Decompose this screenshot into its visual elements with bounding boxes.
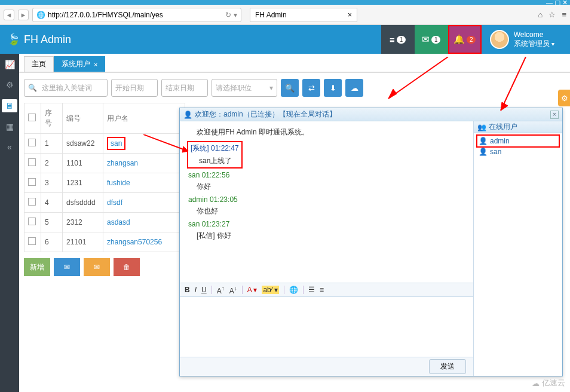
font-decrease-button[interactable]: A↓ <box>229 285 237 295</box>
mail-action-button[interactable]: ✉ <box>54 258 80 276</box>
mail-icon: ✉ <box>422 34 430 45</box>
header-mail-button[interactable]: ✉ 1 <box>415 25 448 54</box>
cell-no: sdsaw22 <box>63 134 103 154</box>
cell-index: 2 <box>41 154 63 173</box>
message-input[interactable] <box>180 297 473 357</box>
add-button[interactable]: 新增 <box>24 258 50 276</box>
position-select[interactable]: 请选择职位 ▾ <box>212 79 277 97</box>
trash-icon: 🗑 <box>123 263 130 271</box>
cell-username[interactable]: asdasd <box>107 218 130 226</box>
sidebar-dashboard-icon[interactable]: 📈 <box>4 59 16 71</box>
font-color-button[interactable]: A ▾ <box>247 286 258 294</box>
cell-username[interactable]: dfsdf <box>107 198 122 207</box>
emoji-button[interactable]: 🌐 <box>289 286 298 294</box>
online-user-item[interactable]: 👤 admin <box>477 136 559 146</box>
reload-icon[interactable]: ↻ <box>225 11 231 19</box>
row-check[interactable] <box>28 178 36 186</box>
user-menu[interactable]: Welcome 系统管理员 ▾ <box>482 30 563 49</box>
menu-bars-icon[interactable]: ≡ <box>562 10 566 19</box>
row-check[interactable] <box>28 158 36 166</box>
start-date-placeholder: 开始日期 <box>115 83 144 93</box>
keyword-input[interactable]: 这里输入关键词 <box>24 79 108 97</box>
start-date-input[interactable]: 开始日期 <box>111 79 158 97</box>
cloud-icon: ☁ <box>351 84 358 93</box>
avatar <box>490 30 509 49</box>
tab-title: FH Admin <box>255 11 287 19</box>
row-check[interactable] <box>28 218 36 225</box>
address-bar[interactable]: 🌐 http://127.0.0.1/FHMYSQL/main/yes ↻ ▾ <box>32 8 241 22</box>
leaf-icon: 🍃 <box>7 33 20 46</box>
table-row: 1 sdsaw22 san <box>24 134 185 154</box>
row-check[interactable] <box>28 237 36 245</box>
header-bell-button[interactable]: 🔔 2 <box>448 25 482 54</box>
sidebar-cog-icon[interactable]: ⚙ <box>4 79 16 91</box>
tab-home-label: 主页 <box>32 59 46 69</box>
cloud-button[interactable]: ☁ <box>345 79 363 97</box>
download-button[interactable]: ⬇ <box>324 79 342 97</box>
end-date-placeholder: 结束日期 <box>166 83 194 93</box>
highlight-button[interactable]: ab⁄ ▾ <box>262 286 279 294</box>
bell-icon: 🔔 <box>453 34 465 45</box>
cell-no: 1231 <box>63 173 103 193</box>
user-role: 系统管理员 <box>514 39 550 48</box>
star-icon[interactable]: ☆ <box>548 10 556 19</box>
chat-dialog: 👤 欢迎您：admin（已连接）【现在全局对话】 × 欢迎使用FH Admin … <box>179 108 563 376</box>
sidebar-grid-icon[interactable]: ▦ <box>4 121 16 133</box>
cell-username[interactable]: fushide <box>107 179 130 187</box>
table-row: 3 1231 fushide <box>24 173 185 193</box>
tab-home[interactable]: 主页 <box>24 56 54 72</box>
tab-close-icon[interactable]: × <box>94 61 97 68</box>
browser-tab[interactable]: FH Admin × <box>250 8 357 22</box>
addr-dropdown-icon[interactable]: ▾ <box>234 11 237 19</box>
add-label: 新增 <box>30 262 44 272</box>
sidebar-desktop-icon[interactable]: 🖥 <box>2 99 17 112</box>
italic-button[interactable]: I <box>195 286 197 294</box>
end-date-input[interactable]: 结束日期 <box>161 79 208 97</box>
online-user-item[interactable]: 👤 san <box>477 146 559 157</box>
cell-no: 1101 <box>63 154 103 173</box>
bold-button[interactable]: B <box>185 286 190 294</box>
cell-username[interactable]: zhangsan <box>107 159 138 167</box>
side-gear-tab[interactable]: ⚙ <box>558 90 570 106</box>
msg-text: [私信] 你好 <box>197 231 465 241</box>
table-row: 6 21101 zhangsan570256 <box>24 232 185 252</box>
menu-badge: 1 <box>397 36 406 44</box>
msg-text: 你也好 <box>197 206 465 216</box>
globe-icon: 🌐 <box>36 11 45 19</box>
mail2-action-button[interactable]: ✉ <box>84 258 110 276</box>
cell-no: 21101 <box>63 232 103 252</box>
swap-button[interactable]: ⇄ <box>302 79 320 97</box>
header-menu-button[interactable]: ≡ 1 <box>381 25 415 54</box>
sidebar: 📈 ⚙ 🖥 ▦ « <box>0 54 19 392</box>
list-ul-button[interactable]: ≡ <box>320 286 324 294</box>
msg-text: san上线了 <box>199 156 239 166</box>
chat-messages: 欢迎使用FH Admin 即时通讯系统。 [系统] 01:22:47 san上线… <box>180 121 473 283</box>
table-row: 2 1101 zhangsan <box>24 154 185 173</box>
caret-down-icon: ▾ <box>551 41 554 47</box>
forward-button[interactable]: ► <box>18 10 29 20</box>
tab-system-users[interactable]: 系统用户 × <box>54 56 105 72</box>
user-icon: 👤 <box>479 137 488 145</box>
cell-index: 1 <box>41 134 63 154</box>
msg-head: san 01:22:56 <box>188 171 465 179</box>
home-icon[interactable]: ⌂ <box>538 10 543 19</box>
font-increase-button[interactable]: A↑ <box>217 285 225 295</box>
list-ol-button[interactable]: ☰ <box>308 286 315 294</box>
cell-username[interactable]: zhangsan570256 <box>107 238 162 246</box>
cell-index: 4 <box>41 193 63 213</box>
chat-close-button[interactable]: × <box>550 111 559 119</box>
back-button[interactable]: ◄ <box>4 10 14 20</box>
url-text: http://127.0.0.1/FHMYSQL/main/yes <box>48 11 163 19</box>
search-button[interactable]: 🔍 <box>281 79 299 97</box>
tab-close-icon[interactable]: × <box>348 11 352 19</box>
chat-titlebar[interactable]: 👤 欢迎您：admin（已连接）【现在全局对话】 × <box>180 108 562 121</box>
delete-button[interactable]: 🗑 <box>114 258 140 276</box>
mail-badge: 1 <box>431 36 441 44</box>
send-button[interactable]: 发送 <box>429 359 466 374</box>
check-all[interactable] <box>28 114 36 121</box>
row-check[interactable] <box>28 198 36 206</box>
underline-button[interactable]: U <box>201 286 207 294</box>
sidebar-collapse-icon[interactable]: « <box>4 141 16 153</box>
cell-username[interactable]: san <box>107 137 125 150</box>
row-check[interactable] <box>28 139 36 146</box>
